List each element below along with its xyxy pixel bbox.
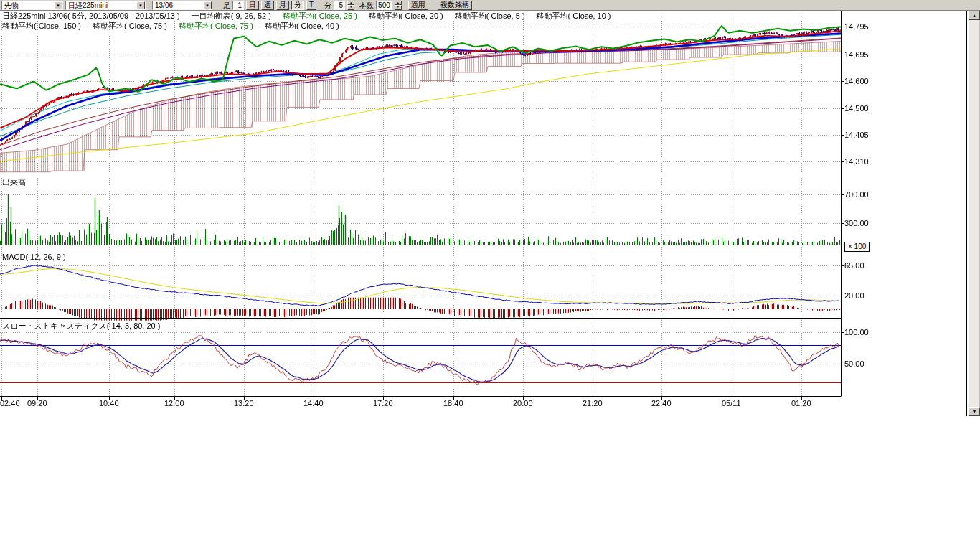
time-axis-label: 21:20 (583, 399, 603, 408)
legend-item: 移動平均( Close, 75 ) (179, 22, 253, 31)
time-axis-label: 17:20 (373, 399, 393, 408)
contract-select[interactable]: 13/06 ▼ (152, 1, 212, 10)
legend-item: 移動平均( Close, 5 ) (455, 11, 525, 21)
contract-select-dropdown-icon[interactable]: ▼ (203, 1, 212, 9)
time-axis-label: 22:40 (651, 399, 672, 408)
symbol-select-dropdown-icon[interactable]: ▼ (136, 1, 145, 9)
macd-axis-label: 65.00 (844, 261, 864, 270)
time-axis-label: 18:40 (443, 399, 463, 408)
legend-item: 移動平均( Close, 150 ) (2, 22, 81, 31)
time-axis-label: 20:00 (513, 399, 533, 408)
volume-axis-label: 700.00 (844, 190, 869, 199)
time-axis-label: 10:40 (99, 399, 119, 408)
market-select[interactable]: 先物 ▼ (1, 1, 63, 10)
spin-down-icon[interactable]: ▼ (395, 5, 402, 10)
macd-axis-label: 20.00 (844, 291, 864, 300)
legend-item: 移動平均( Close, 20 ) (369, 11, 443, 21)
interval-input[interactable]: 1 (232, 1, 244, 10)
period-minute-button[interactable]: 分 (291, 1, 304, 10)
legend-item: 移動平均( Close, 40 ) (265, 22, 339, 31)
chart-right-border (966, 11, 967, 416)
legend-row-2: 移動平均( Close, 150 )移動平均( Close, 75 )移動平均(… (2, 22, 339, 31)
time-axis-label: 02:40 (0, 399, 20, 408)
bar-count-input[interactable]: 500 (376, 1, 392, 10)
time-axis-label: 12:00 (164, 399, 184, 408)
market-select-dropdown-icon[interactable]: ▼ (54, 1, 62, 9)
volume-multiplier-badge: × 100 (844, 242, 870, 252)
stochastics-axis-label: 50.00 (844, 359, 864, 368)
price-chart-canvas[interactable] (0, 11, 967, 420)
legend-item: 移動平均( Close, 75 ) (93, 22, 167, 31)
market-select-value: 先物 (2, 1, 54, 9)
price-axis-label: 14,500 (844, 104, 869, 113)
vertical-scrollbar: ▲ ▼ (969, 11, 980, 416)
minute-interval-label: 分 (324, 1, 331, 10)
volume-axis-label: 300.00 (844, 219, 869, 227)
minute-interval-input[interactable]: 5 (334, 1, 345, 10)
stochastics-pane-title: スロー・ストキャスティクス( 14, 3, 80, 20 ) (2, 321, 160, 331)
bar-count-label: 本数 (359, 1, 374, 10)
time-axis-label: 01:20 (791, 399, 811, 408)
macd-pane-title: MACD( 12, 26, 9 ) (2, 253, 66, 262)
volume-pane-title: 出来高 (2, 178, 26, 187)
legend-item: 日経225mini 13/06( 5分, 2013/05/09 - 2013/0… (2, 11, 180, 21)
symbol-select[interactable]: 日経225mini ▼ (65, 1, 146, 10)
chart-region: 日経225mini 13/06( 5分, 2013/05/09 - 2013/0… (0, 11, 980, 420)
toolbar: 先物 ▼ 日経225mini ▼ 13/06 ▼ 足 1 日 週 月 分 T 分… (0, 0, 980, 11)
legend-item: 一目均衡表( 9, 26, 52 ) (192, 11, 271, 21)
bar-type-label: 足 (223, 1, 230, 10)
time-axis-label: 13:20 (234, 399, 254, 408)
symbol-select-value: 日経225mini (66, 1, 136, 9)
time-axis-label: 09:20 (27, 399, 47, 408)
time-axis-label: 14:40 (303, 399, 324, 408)
price-axis-label: 14,795 (844, 22, 869, 31)
price-axis-label: 14,695 (844, 50, 869, 59)
apply-button[interactable]: 適用 (408, 1, 428, 10)
minute-interval-spinner: ▲ ▼ (347, 1, 354, 10)
legend-item: 移動平均( Close, 25 ) (283, 11, 357, 21)
period-week-button[interactable]: 週 (261, 1, 274, 10)
price-axis-label: 14,600 (844, 77, 869, 85)
multi-symbol-button[interactable]: 複数銘柄 (438, 1, 472, 10)
bar-count-spinner: ▲ ▼ (395, 1, 402, 10)
period-month-button[interactable]: 月 (276, 1, 289, 10)
legend-item: 移動平均( Close, 10 ) (537, 11, 611, 21)
legend-row-1: 日経225mini 13/06( 5分, 2013/05/09 - 2013/0… (2, 11, 611, 21)
scrollbar-down-button[interactable]: ▼ (969, 407, 980, 416)
spin-down-icon[interactable]: ▼ (347, 5, 354, 10)
stochastics-axis-label: 100.00 (844, 328, 869, 336)
period-tick-button[interactable]: T (306, 1, 316, 10)
contract-select-value: 13/06 (153, 1, 203, 9)
scrollbar-up-button[interactable]: ▲ (969, 11, 980, 20)
time-axis-label: 05/11 (722, 399, 741, 408)
period-day-button[interactable]: 日 (246, 1, 259, 10)
scrollbar-track[interactable] (969, 20, 980, 407)
price-axis-label: 14,310 (844, 157, 869, 166)
price-axis-label: 14,405 (844, 131, 869, 139)
